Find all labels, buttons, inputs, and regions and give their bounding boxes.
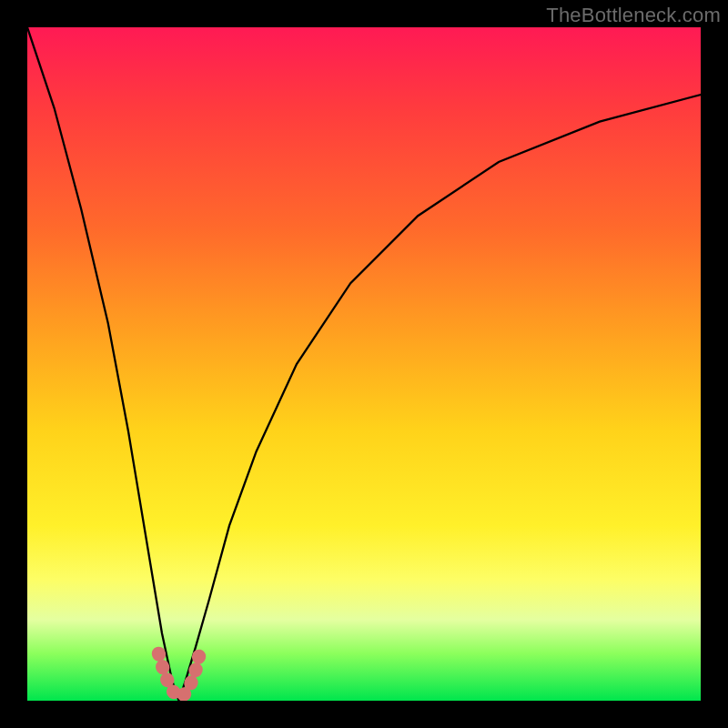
chart-frame: TheBottleneck.com [0, 0, 728, 728]
bottleneck-curve [27, 27, 701, 701]
watermark-text: TheBottleneck.com [546, 4, 721, 27]
curve-bottom-markers [158, 651, 200, 698]
curve-line [27, 27, 701, 701]
chart-plot-area [27, 27, 701, 701]
